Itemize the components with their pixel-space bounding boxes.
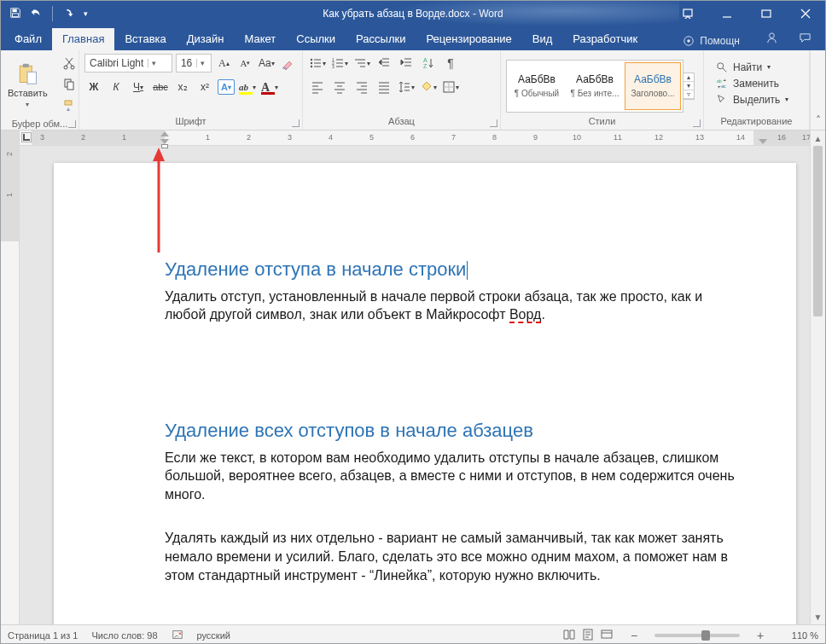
tab-developer[interactable]: Разработчик [562,28,648,50]
tab-home[interactable]: Главная [52,28,114,50]
shrink-font-icon[interactable]: A▾ [236,54,254,73]
find-button[interactable]: Найти▾ [716,61,788,73]
copy-icon[interactable] [60,75,79,94]
horizontal-ruler[interactable]: 3 2 1 1 2 3 4 5 6 7 8 9 10 11 12 13 14 1… [20,131,810,146]
collapse-ribbon-icon[interactable]: ˄ [810,50,825,130]
clear-format-icon[interactable] [279,54,297,73]
borders-icon[interactable]: ▾ [441,78,460,96]
scroll-down-icon[interactable]: ▼ [811,609,825,624]
status-page[interactable]: Страница 1 из 1 [8,630,78,641]
grow-font-icon[interactable]: A▴ [215,54,233,73]
tab-references[interactable]: Ссылки [286,28,346,50]
zoom-out-button[interactable]: − [627,629,641,642]
svg-rect-36 [602,630,612,638]
paste-label: Вставить [8,88,48,98]
close-icon[interactable] [786,1,825,26]
paste-button[interactable]: Вставить ▾ [1,58,55,112]
zoom-slider[interactable] [654,634,740,637]
tab-layout[interactable]: Макет [234,28,286,50]
maximize-icon[interactable] [747,1,786,26]
paragraph: Удалить отступ, установленный в начале п… [165,287,736,324]
text-cursor [467,261,468,280]
heading-1: Удаление отступа в начале строки [165,257,736,282]
select-button[interactable]: Выделить▾ [716,94,788,106]
zoom-in-button[interactable]: + [753,629,767,642]
increase-indent-icon[interactable] [397,54,416,73]
align-left-icon[interactable] [308,78,327,96]
tab-selector-icon[interactable] [21,132,32,142]
status-words[interactable]: Число слов: 98 [91,630,157,641]
show-marks-icon[interactable]: ¶ [441,54,460,73]
save-icon[interactable] [9,7,21,21]
status-language[interactable]: русский [197,630,230,641]
svg-rect-2 [683,9,692,16]
svg-text:ac: ac [721,84,726,89]
underline-button[interactable]: Ч▾ [129,78,148,96]
first-line-indent-marker[interactable] [160,131,169,136]
decrease-indent-icon[interactable] [375,54,393,73]
bold-button[interactable]: Ж [84,78,103,96]
tell-me[interactable]: Помощн [671,35,752,50]
multilevel-icon[interactable]: ▾ [352,54,371,73]
sort-icon[interactable]: AZ [419,54,438,73]
svg-text:ab: ab [717,78,722,84]
numbering-icon[interactable]: 123▾ [330,54,349,73]
zoom-level[interactable]: 110 % [781,630,818,641]
read-mode-icon[interactable] [562,628,576,643]
comments-icon[interactable] [799,32,811,47]
vertical-ruler[interactable]: 2 1 [1,131,20,624]
svg-marker-31 [153,148,165,161]
vertical-scrollbar[interactable]: ▲ ▼ [810,131,825,624]
strike-button[interactable]: abc [151,78,170,96]
document-canvas[interactable]: Удаление отступа в начале строки Удалить… [20,146,810,624]
line-spacing-icon[interactable]: ▾ [397,78,416,96]
share-icon[interactable] [765,32,778,47]
tab-design[interactable]: Дизайн [177,28,235,50]
svg-point-18 [311,59,312,61]
change-case-icon[interactable]: Aa▾ [258,54,276,73]
subscript-button[interactable]: x₂ [173,78,192,96]
styles-gallery[interactable]: АаБбВв ¶ Обычный АаБбВв ¶ Без инте... Аа… [506,60,683,113]
redo-icon[interactable] [63,7,75,21]
undo-icon[interactable] [30,7,42,21]
web-layout-icon[interactable] [600,628,614,643]
superscript-button[interactable]: x² [195,78,214,96]
print-layout-icon[interactable] [581,628,595,643]
minimize-icon[interactable] [707,1,747,26]
svg-text:3: 3 [332,64,334,69]
tab-view[interactable]: Вид [522,28,563,50]
style-heading1[interactable]: АаБбВв Заголово... [625,62,681,110]
font-size-combo[interactable]: 16▾ [176,54,212,73]
svg-rect-11 [23,63,29,67]
tab-mailings[interactable]: Рассылки [346,28,416,50]
bullets-icon[interactable]: ▾ [308,54,327,73]
style-nospacing[interactable]: АаБбВв ¶ Без инте... [567,62,623,110]
format-painter-icon[interactable] [60,96,79,115]
style-normal[interactable]: АаБбВв ¶ Обычный [509,62,565,110]
tab-review[interactable]: Рецензирование [416,28,521,50]
scroll-up-icon[interactable]: ▲ [811,131,825,146]
styles-gallery-scroll[interactable]: ▴▾▿ [683,73,695,100]
cut-icon[interactable] [60,54,79,73]
align-center-icon[interactable] [330,78,349,96]
tab-insert[interactable]: Вставка [114,28,176,50]
scroll-thumb[interactable] [813,146,823,316]
ribbon-tabs: Файл Главная Вставка Дизайн Макет Ссылки… [1,26,825,50]
align-right-icon[interactable] [352,78,371,96]
highlight-button[interactable]: ab▾ [238,78,257,96]
replace-button[interactable]: abacЗаменить [716,78,788,90]
svg-rect-12 [27,72,37,84]
tab-file[interactable]: Файл [4,28,52,50]
status-proofing-icon[interactable] [172,629,183,642]
font-name-combo[interactable]: Calibri Light▾ [84,54,172,73]
italic-button[interactable]: К [107,78,125,96]
svg-rect-4 [762,10,771,17]
text-effects-button[interactable]: A▾ [218,79,235,95]
font-color-button[interactable]: A▾ [260,78,279,96]
shading-icon[interactable]: ▾ [419,78,438,96]
ribbon-options-icon[interactable] [668,1,707,26]
right-indent-marker[interactable] [759,139,767,144]
justify-icon[interactable] [375,78,393,96]
font-group-label: Шрифт [79,116,302,130]
qat-customize-icon[interactable]: ▾ [84,9,88,18]
